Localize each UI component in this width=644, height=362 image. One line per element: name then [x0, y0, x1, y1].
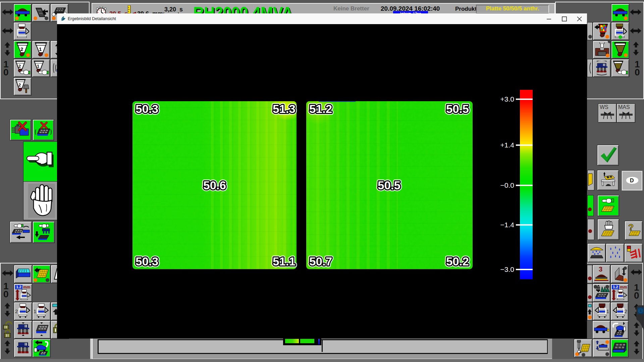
svg-text:50.3: 50.3 — [136, 102, 158, 115]
svg-text:50.5: 50.5 — [378, 179, 400, 192]
svg-text:51.1: 51.1 — [273, 255, 296, 268]
svg-text:51.2: 51.2 — [309, 102, 332, 115]
svg-text:50.7: 50.7 — [309, 255, 332, 268]
svg-text:50.3: 50.3 — [136, 255, 158, 268]
svg-text:2: 2 — [20, 46, 23, 52]
svg-text:2: 2 — [18, 82, 21, 87]
svg-text:1: 1 — [39, 46, 42, 52]
svg-text:50.5: 50.5 — [446, 102, 469, 115]
svg-text:2: 2 — [18, 64, 21, 69]
svg-text:51.3: 51.3 — [273, 102, 296, 115]
svg-text:D: D — [630, 178, 634, 183]
svg-text:1: 1 — [37, 64, 39, 69]
svg-text:50.6: 50.6 — [203, 179, 226, 192]
svg-text:50.2: 50.2 — [446, 255, 469, 268]
